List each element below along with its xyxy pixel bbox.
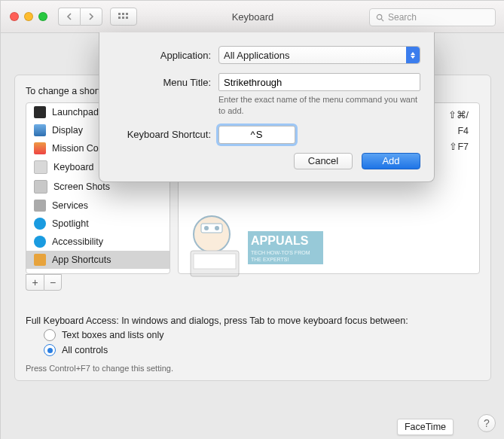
keyboard-shortcut-input[interactable] (218, 126, 295, 144)
radio-label: Text boxes and lists only (62, 330, 164, 340)
radio-icon (44, 329, 56, 341)
radio-checked-icon (44, 344, 56, 356)
fka-hint: Press Control+F7 to change this setting. (26, 364, 480, 373)
sidebar-item-accessibility[interactable]: Accessibility (26, 233, 170, 251)
svg-rect-1 (122, 13, 124, 15)
svg-rect-4 (122, 17, 124, 19)
sidebar-item-label: Spotlight (52, 218, 89, 229)
zoom-icon[interactable] (38, 12, 47, 21)
svg-rect-0 (118, 13, 121, 15)
svg-rect-2 (126, 13, 128, 15)
add-shortcut-button[interactable]: + (26, 274, 44, 291)
menu-title-hint: Enter the exact name of the menu command… (218, 94, 420, 117)
display-icon (34, 124, 46, 136)
preferences-window: Keyboard Search To change a shortcut, se… (0, 0, 504, 439)
app-shortcuts-icon (34, 254, 46, 266)
svg-rect-5 (126, 17, 128, 19)
screenshot-icon (34, 180, 47, 194)
search-icon (376, 14, 384, 22)
nav-buttons (58, 8, 102, 26)
radio-label: All controls (62, 345, 108, 355)
select-caret-icon (406, 47, 420, 63)
sidebar-item-label: Display (52, 125, 83, 136)
sidebar-item-app-shortcuts[interactable]: App Shortcuts (26, 251, 170, 269)
add-button[interactable]: Add (362, 153, 420, 169)
sidebar-item-spotlight[interactable]: Spotlight (26, 215, 170, 233)
minimize-icon[interactable] (24, 12, 33, 21)
remove-shortcut-button[interactable]: − (44, 274, 62, 291)
menu-title-input[interactable] (218, 73, 420, 91)
sidebar-item-label: Accessibility (52, 236, 103, 247)
back-button[interactable] (58, 8, 80, 26)
show-all-button[interactable] (110, 8, 137, 26)
add-shortcut-sheet: Application: All Applications Menu Title… (99, 32, 435, 182)
shortcut-combo: ⇧F7 (448, 139, 469, 155)
services-icon (34, 200, 46, 212)
close-icon[interactable] (10, 12, 19, 21)
facetime-tooltip: FaceTime (397, 419, 454, 435)
svg-point-6 (377, 14, 381, 19)
mission-control-icon (34, 142, 46, 154)
window-controls (1, 12, 47, 21)
sidebar-item-label: Services (52, 200, 88, 211)
titlebar: Keyboard Search (1, 1, 504, 33)
sidebar-item-services[interactable]: Services (26, 197, 170, 215)
accessibility-icon (34, 236, 46, 248)
application-value: All Applications (224, 50, 289, 61)
fka-option-textboxes[interactable]: Text boxes and lists only (44, 329, 480, 341)
full-keyboard-access: Full Keyboard Access: In windows and dia… (26, 316, 480, 373)
shortcut-combo: F4 (448, 123, 469, 139)
visible-shortcuts: ⇧⌘/ F4 ⇧F7 (448, 108, 469, 155)
launchpad-icon (34, 106, 46, 118)
search-field[interactable]: Search (369, 8, 496, 26)
shortcut-combo: ⇧⌘/ (448, 108, 469, 123)
search-placeholder: Search (388, 12, 417, 23)
cancel-button[interactable]: Cancel (294, 153, 353, 169)
help-button[interactable]: ? (478, 414, 496, 432)
keyboard-icon (34, 160, 47, 174)
sidebar-item-label: Keyboard (53, 162, 94, 172)
application-label: Application: (113, 50, 211, 61)
chevron-right-icon (88, 13, 94, 20)
svg-line-7 (381, 19, 383, 21)
chevron-left-icon (66, 13, 72, 20)
svg-rect-3 (118, 17, 121, 19)
sidebar-item-label: App Shortcuts (52, 255, 111, 265)
application-select[interactable]: All Applications (218, 46, 420, 64)
keyboard-shortcut-label: Keyboard Shortcut: (113, 129, 211, 140)
grid-icon (118, 13, 129, 20)
spotlight-icon (34, 218, 46, 230)
sidebar-item-label: Screen Shots (53, 181, 110, 192)
forward-button[interactable] (80, 8, 102, 26)
fka-label: Full Keyboard Access: In windows and dia… (26, 316, 480, 326)
fka-option-allcontrols[interactable]: All controls (44, 344, 480, 356)
menu-title-label: Menu Title: (113, 77, 211, 88)
add-remove-group: + − (26, 274, 480, 291)
